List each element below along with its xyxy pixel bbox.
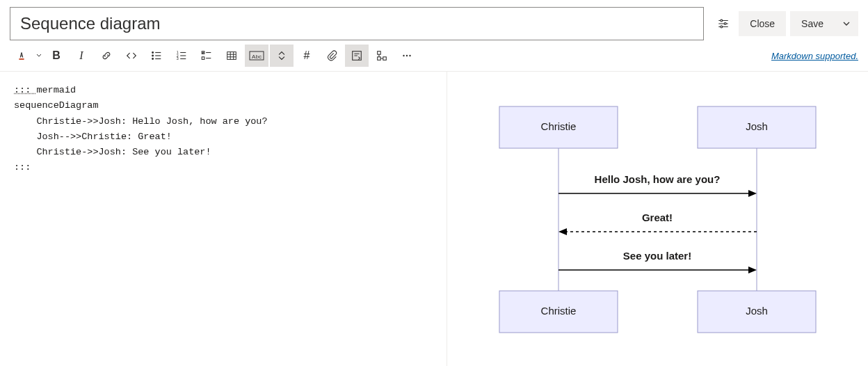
code-line: sequenceDiagram — [14, 100, 99, 111]
italic-button[interactable]: I — [70, 45, 93, 67]
bold-button[interactable]: B — [45, 45, 68, 67]
svg-point-34 — [403, 55, 404, 56]
svg-rect-33 — [383, 57, 387, 61]
svg-rect-23 — [227, 52, 236, 60]
participant-label: Josh — [746, 305, 768, 317]
code-fence-open: ::: — [14, 85, 36, 95]
mermaid-block-button[interactable] — [345, 45, 369, 67]
numbered-list-button[interactable]: 123 — [170, 45, 193, 67]
settings-icon[interactable] — [712, 13, 734, 35]
more-button[interactable] — [395, 45, 419, 67]
participant-label: Christie — [541, 305, 577, 317]
code-fence-close: ::: — [14, 162, 31, 173]
checklist-button[interactable] — [195, 45, 218, 67]
code-line: Christie->>Josh: Hello Josh, how are you… — [14, 116, 268, 127]
collapse-button[interactable] — [270, 45, 294, 67]
diagram-preview: Christie Josh Hello Josh, how are you? G… — [447, 72, 868, 366]
format-toolbar: B I 123 Abc — [10, 45, 419, 67]
font-color-button[interactable] — [10, 45, 33, 67]
markdown-supported-link[interactable]: Markdown supported. — [771, 51, 858, 61]
svg-rect-32 — [378, 57, 381, 61]
title-input[interactable] — [19, 13, 695, 34]
link-button[interactable] — [95, 45, 118, 67]
arrowhead-icon — [748, 190, 757, 197]
svg-rect-31 — [378, 51, 381, 55]
participant-label: Christie — [541, 120, 577, 132]
code-line: Josh-->>Christie: Great! — [14, 132, 172, 142]
svg-point-4 — [725, 23, 727, 25]
svg-point-9 — [152, 58, 154, 60]
arrowhead-icon — [748, 266, 757, 273]
save-dropdown-button[interactable] — [835, 11, 858, 36]
save-button[interactable]: Save — [790, 11, 835, 36]
arrowhead-icon — [558, 228, 567, 235]
message-label: Great! — [642, 212, 673, 223]
svg-text:Abc: Abc — [252, 54, 262, 60]
close-button[interactable]: Close — [739, 11, 786, 36]
code-line: Christie->>Josh: See you later! — [14, 147, 211, 157]
svg-point-7 — [152, 52, 154, 54]
code-lang: mermaid — [36, 85, 76, 95]
svg-text:3: 3 — [177, 56, 179, 61]
markdown-editor[interactable]: ::: mermaid sequenceDiagram Christie->>J… — [0, 72, 447, 366]
participant-label: Josh — [746, 120, 768, 132]
abc-highlight-button[interactable]: Abc — [245, 45, 268, 67]
svg-point-5 — [721, 26, 723, 28]
chevron-down-icon — [842, 19, 851, 28]
message-label: See you later! — [623, 250, 691, 262]
svg-point-36 — [409, 55, 410, 56]
bulleted-list-button[interactable] — [145, 45, 168, 67]
attachment-button[interactable] — [320, 45, 344, 67]
font-color-dropdown[interactable] — [35, 45, 43, 67]
title-field-wrap — [10, 7, 704, 40]
svg-point-8 — [152, 55, 154, 56]
svg-point-35 — [406, 55, 408, 56]
message-label: Hello Josh, how are you? — [595, 173, 721, 185]
code-button[interactable] — [120, 45, 143, 67]
svg-point-3 — [721, 19, 723, 22]
table-button[interactable] — [220, 45, 243, 67]
hash-button[interactable]: # — [295, 45, 319, 67]
workitem-button[interactable] — [370, 45, 394, 67]
svg-rect-20 — [202, 57, 204, 60]
svg-rect-6 — [19, 58, 24, 60]
